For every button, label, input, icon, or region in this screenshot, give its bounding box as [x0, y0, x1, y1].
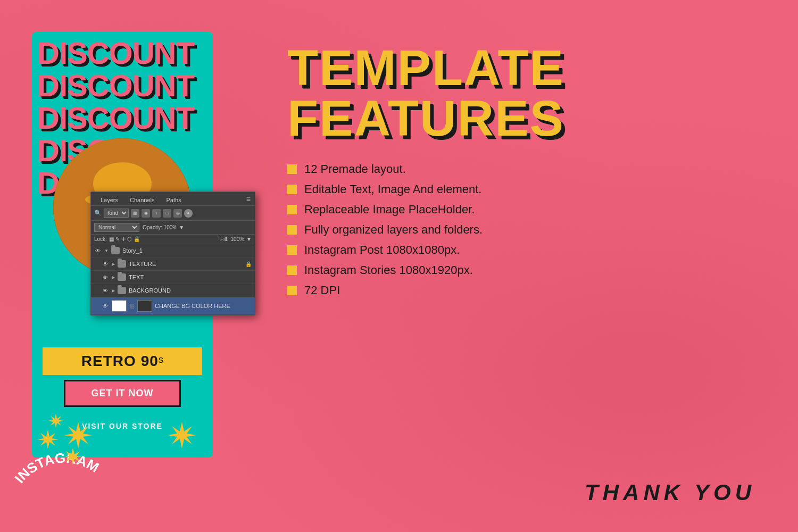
folder-icon-texture [118, 260, 126, 268]
layers-search-row: 🔍 Kind ▦ ◉ T □ ◎ ● [91, 206, 255, 221]
features-list: 12 Premade layout. Editable Text, Image … [287, 162, 766, 297]
bullet-7 [287, 286, 297, 295]
panel-menu-icon[interactable]: ≡ [246, 195, 251, 205]
thank-you-text: THANK YOU [585, 480, 755, 505]
layer-texture[interactable]: 👁 ▶ TEXTURE 🔒 [91, 257, 255, 271]
folder-icon-background [118, 287, 126, 294]
lock-icons: ▦ ✎ ✛ ⬡ 🔒 [109, 236, 140, 242]
feature-item-3: Replaceable Image PlaceHolder. [287, 203, 766, 217]
opacity-label: Opacity: [143, 225, 162, 230]
smart-filter-icon[interactable]: ◎ [173, 209, 182, 218]
layer-name-text: TEXT [129, 274, 252, 280]
template-title-line1: TEMPLATE [287, 43, 766, 93]
opacity-value[interactable]: 100% [164, 225, 178, 230]
eye-icon-background[interactable]: 👁 [102, 287, 109, 294]
layer-name-changebg: CHANGE BG COLOR HERE [155, 303, 252, 309]
retro-sup: S [159, 356, 163, 364]
expand-text[interactable]: ▶ [112, 275, 115, 280]
panel-tabs: Layers Channels Paths ≡ [91, 192, 255, 206]
chain-icon-changebg: ⛓ [129, 303, 135, 309]
feature-text-7: 72 DPI [304, 284, 340, 297]
lock-paint-icon[interactable]: ✎ [115, 236, 120, 242]
lock-artboard-icon[interactable]: ⬡ [127, 236, 132, 242]
layer-lock-icon-texture: 🔒 [245, 261, 252, 267]
feature-item-6: Instagram Stories 1080x1920px. [287, 263, 766, 277]
fill-value[interactable]: 100% [231, 236, 245, 242]
expand-texture[interactable]: ▶ [112, 262, 115, 267]
lock-row: Lock: ▦ ✎ ✛ ⬡ 🔒 Fill: 100% ▼ [91, 235, 255, 244]
layer-text[interactable]: 👁 ▶ TEXT [91, 271, 255, 284]
layer-name-background: BACKGROUND [129, 287, 252, 294]
retro-text: RETRO 90 [81, 353, 159, 369]
adjustment-filter-icon[interactable]: ◉ [142, 209, 150, 218]
opacity-arrow: ▼ [179, 225, 184, 230]
expand-background[interactable]: ▶ [112, 288, 115, 293]
lock-position-icon[interactable]: ✛ [121, 236, 126, 242]
eye-icon-text[interactable]: 👁 [102, 273, 109, 281]
svg-marker-8 [168, 422, 196, 448]
fill-label: Fill: [220, 236, 229, 242]
folder-icon-text [118, 273, 126, 281]
retro-banner: RETRO 90S [43, 347, 202, 375]
layer-name-texture: TEXTURE [129, 261, 243, 267]
lock-transparency-icon[interactable]: ▦ [109, 236, 114, 242]
eye-icon-texture[interactable]: 👁 [102, 260, 109, 268]
feature-item-4: Fully organized layers and folders. [287, 223, 766, 237]
feature-text-4: Fully organized layers and folders. [304, 223, 483, 237]
bullet-2 [287, 185, 297, 194]
tab-layers[interactable]: Layers [95, 195, 123, 205]
discount-line-3: DISCOUNT [37, 102, 213, 135]
bullet-6 [287, 265, 297, 275]
feature-item-7: 72 DPI [287, 284, 766, 297]
feature-text-5: Instagram Post 1080x1080px. [304, 243, 460, 257]
discount-line-2: DISCOUNT [37, 70, 213, 102]
layer-name-story1: Story_1 [122, 247, 252, 254]
lock-label: Lock: [94, 236, 107, 242]
get-it-now-button[interactable]: GET IT NOW [64, 380, 181, 407]
layers-panel: Layers Channels Paths ≡ 🔍 Kind ▦ ◉ T □ ◎… [90, 192, 255, 315]
feature-item-2: Editable Text, Image And element. [287, 182, 766, 196]
shape-filter-icon[interactable]: □ [163, 209, 171, 218]
bullet-3 [287, 205, 297, 214]
svg-text:INSTAGRAM: INSTAGRAM [11, 450, 102, 486]
eye-icon-story1[interactable]: 👁 [94, 247, 102, 254]
bullet-5 [287, 245, 297, 255]
tab-channels[interactable]: Channels [124, 195, 160, 205]
left-panel: DISCOUNT DISCOUNT DISCOUNT DISCO D [32, 32, 239, 495]
star-burst-right [168, 421, 197, 452]
feature-text-1: 12 Premade layout. [304, 162, 406, 176]
layer-background[interactable]: 👁 ▶ BACKGROUND [91, 284, 255, 297]
fill-arrow: ▼ [246, 236, 252, 242]
svg-marker-11 [64, 448, 82, 465]
get-it-now-label: GET IT NOW [92, 388, 154, 398]
search-icon: 🔍 [94, 210, 102, 217]
svg-marker-10 [37, 430, 59, 449]
blend-mode-select[interactable]: Normal [94, 223, 139, 232]
layer-story1[interactable]: 👁 ▼ Story_1 [91, 244, 255, 257]
folder-icon-story1 [111, 247, 120, 254]
type-filter-icon[interactable]: T [152, 209, 161, 218]
layer-thumb-changebg-dark [137, 300, 152, 312]
pixel-filter-icon[interactable]: ▦ [131, 209, 139, 218]
feature-text-2: Editable Text, Image And element. [304, 182, 481, 196]
toggle-filter-icon[interactable]: ● [184, 209, 193, 218]
kind-select[interactable]: Kind [104, 209, 129, 218]
feature-item-1: 12 Premade layout. [287, 162, 766, 176]
star-burst-instagram-3 [48, 413, 64, 431]
opacity-control: Opacity: 100% ▼ [143, 225, 184, 230]
eye-icon-changebg[interactable]: 👁 [102, 302, 109, 310]
tab-paths[interactable]: Paths [161, 195, 187, 205]
feature-text-3: Replaceable Image PlaceHolder. [304, 203, 475, 217]
layer-thumb-changebg-white [112, 300, 127, 312]
discount-line-1: DISCOUNT [37, 37, 213, 70]
expand-story1[interactable]: ▼ [104, 248, 109, 253]
filter-icons: ▦ ◉ T □ ◎ ● [131, 209, 193, 218]
blend-mode-row: Normal Opacity: 100% ▼ [91, 221, 255, 235]
lock-all-icon[interactable]: 🔒 [134, 236, 140, 242]
right-panel: TEMPLATE FEATURES 12 Premade layout. Edi… [287, 43, 766, 304]
feature-text-6: Instagram Stories 1080x1920px. [304, 263, 473, 277]
layer-change-bg[interactable]: 👁 ⛓ CHANGE BG COLOR HERE [91, 297, 255, 315]
bullet-4 [287, 225, 297, 235]
feature-item-5: Instagram Post 1080x1080px. [287, 243, 766, 257]
star-burst-instagram-2 [64, 447, 82, 468]
